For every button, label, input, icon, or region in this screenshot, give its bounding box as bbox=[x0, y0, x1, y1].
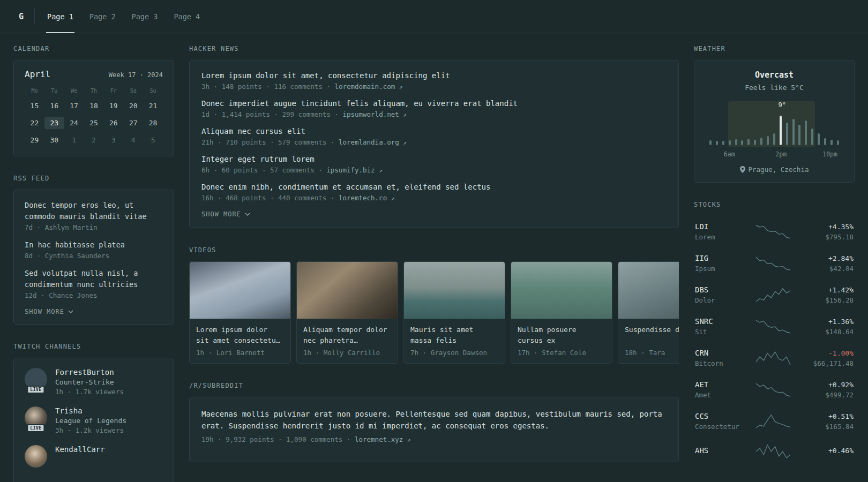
calendar-day: 24 bbox=[64, 117, 84, 129]
hn-story-domain-link[interactable]: loremdomain.com bbox=[334, 82, 395, 91]
weather-bar bbox=[709, 140, 712, 145]
subreddit-post[interactable]: Maecenas mollis pulvinar erat non posuer… bbox=[201, 408, 667, 443]
weather-location-label: Prague, Czechia bbox=[749, 165, 809, 174]
stock-change: +4.35% bbox=[798, 223, 854, 231]
weather-time-label: 10pm bbox=[822, 150, 837, 158]
hn-story-title[interactable]: Aliquam nec cursus elit bbox=[201, 127, 667, 135]
app-logo[interactable]: G bbox=[13, 0, 34, 33]
rss-item[interactable]: Donec tempor eros leo, ut commodo mauris… bbox=[25, 200, 163, 231]
stock-ticker: CCS bbox=[695, 412, 749, 420]
weather-bar bbox=[747, 139, 750, 145]
weather-bar bbox=[792, 119, 795, 145]
hn-story-title[interactable]: Lorem ipsum dolor sit amet, consectetur … bbox=[201, 71, 667, 80]
stock-name: Dolor bbox=[695, 296, 749, 304]
channel-name: KendallCarr bbox=[55, 445, 105, 454]
video-thumbnail bbox=[297, 262, 398, 319]
video-title: Nullam posuere cursus ex bbox=[518, 325, 605, 346]
calendar-day: 19 bbox=[103, 100, 123, 112]
stock-name: Consectetur bbox=[695, 423, 749, 431]
video-thumbnail bbox=[618, 262, 679, 319]
subreddit-post-meta: 19h · 9,932 points · 1,090 comments · lo… bbox=[201, 435, 667, 443]
weather-bar bbox=[735, 139, 737, 145]
tab-page-2[interactable]: Page 2 bbox=[81, 0, 124, 33]
stock-row: SNRC Sit +1.36% $148.64 bbox=[694, 311, 855, 342]
calendar-day: 20 bbox=[123, 100, 143, 112]
calendar-month: April bbox=[25, 69, 50, 79]
show-more-label: SHOW MORE bbox=[201, 210, 241, 218]
stocks-widget-title: STOCKS bbox=[694, 201, 855, 208]
hn-story[interactable]: Donec imperdiet augue tincidunt felis al… bbox=[201, 99, 667, 118]
hn-story-domain-link[interactable]: loremlandia.org bbox=[339, 138, 399, 146]
channel-meta: 1h · 1.7k viewers bbox=[55, 388, 124, 396]
weather-bar bbox=[837, 140, 839, 145]
video-card[interactable]: Lorem ipsum dolor sit amet consectetu… 1… bbox=[189, 261, 291, 364]
rss-item[interactable]: In hac habitasse platea 8d · Cynthia Sau… bbox=[25, 239, 163, 260]
hn-story-domain-link[interactable]: loremtech.co bbox=[339, 194, 387, 202]
hn-story[interactable]: Donec enim nibh, condimentum et accumsan… bbox=[201, 183, 667, 202]
hn-story[interactable]: Lorem ipsum dolor sit amet, consectetur … bbox=[201, 71, 667, 91]
twitch-channel-row[interactable]: KendallCarr bbox=[25, 445, 163, 468]
weather-location: Prague, Czechia bbox=[706, 165, 842, 174]
twitch-widget-title: TWITCH CHANNELS bbox=[13, 343, 174, 350]
left-column: CALENDAR April Week 17 · 2024 Mo Tu We T… bbox=[13, 45, 174, 482]
stock-sparkline bbox=[755, 350, 791, 366]
hn-show-more-button[interactable]: SHOW MORE bbox=[201, 210, 667, 218]
video-card[interactable]: Mauris sit amet massa felis 7h · Grayson… bbox=[403, 261, 505, 364]
calendar-day-next-month: 5 bbox=[143, 134, 163, 146]
calendar-dow: Sa bbox=[123, 88, 143, 95]
twitch-channel-row[interactable]: LIVE ForrestBurton Counter-Strike 1h · 1… bbox=[25, 368, 163, 396]
hn-story-title[interactable]: Donec imperdiet augue tincidunt felis al… bbox=[201, 99, 667, 108]
weather-bar bbox=[773, 133, 775, 145]
hn-story-domain-link[interactable]: ipsumify.biz bbox=[326, 166, 375, 174]
stock-name: Bitcorn bbox=[695, 359, 749, 367]
subreddit-post-title[interactable]: Maecenas mollis pulvinar erat non posuer… bbox=[201, 408, 667, 432]
hacker-news-widget-title: HACKER NEWS bbox=[189, 45, 679, 52]
external-link-icon: ↗ bbox=[403, 111, 407, 118]
dashboard: CALENDAR April Week 17 · 2024 Mo Tu We T… bbox=[0, 33, 868, 482]
stock-ticker: IIG bbox=[695, 254, 749, 262]
stock-price: $42.04 bbox=[798, 265, 854, 273]
channel-name: Trisha bbox=[55, 406, 126, 415]
weather-time-label: 6am bbox=[724, 150, 735, 158]
subreddit-post-domain-link[interactable]: loremnet.xyz bbox=[355, 435, 403, 443]
stock-price: $156.28 bbox=[798, 296, 854, 304]
chevron-down-icon bbox=[68, 310, 73, 313]
calendar-week-year: Week 17 · 2024 bbox=[109, 71, 163, 79]
stock-sparkline bbox=[755, 287, 791, 303]
calendar-day-next-month: 4 bbox=[123, 134, 143, 146]
tab-page-3[interactable]: Page 3 bbox=[124, 0, 166, 33]
channel-name: ForrestBurton bbox=[55, 368, 124, 376]
hn-story[interactable]: Integer eget rutrum lorem 6h · 60 points… bbox=[201, 155, 667, 174]
video-title: Lorem ipsum dolor sit amet consectetu… bbox=[196, 325, 284, 346]
rss-item[interactable]: Sed volutpat nulla nisl, a condimentum n… bbox=[25, 268, 163, 299]
video-card[interactable]: Nullam posuere cursus ex 17h · Stefan Co… bbox=[511, 261, 612, 364]
twitch-widget: TWITCH CHANNELS LIVE ForrestBurton Count… bbox=[13, 343, 174, 482]
video-card[interactable]: Suspendisse diam 18h · Tara bbox=[618, 261, 679, 364]
calendar-day-selected: 23 bbox=[44, 117, 64, 129]
video-card[interactable]: Aliquam tempor dolor nec pharetra… 1h · … bbox=[296, 261, 398, 364]
weather-bar bbox=[786, 123, 788, 145]
live-badge: LIVE bbox=[27, 386, 44, 394]
twitch-channel-row[interactable]: LIVE Trisha League of Legends 3h · 1.2k … bbox=[25, 406, 163, 434]
rss-item-meta: 7d · Ashlyn Martin bbox=[25, 223, 163, 231]
rss-show-more-button[interactable]: SHOW MORE bbox=[25, 308, 163, 315]
calendar-dow: Mo bbox=[25, 88, 44, 95]
weather-bar bbox=[722, 141, 724, 145]
hn-story-title[interactable]: Donec enim nibh, condimentum et accumsan… bbox=[201, 183, 667, 191]
stock-row: LDI Lorem +4.35% $795.18 bbox=[694, 216, 855, 247]
video-title: Suspendisse diam bbox=[625, 325, 679, 346]
stock-change: +1.36% bbox=[798, 318, 854, 326]
tab-page-1[interactable]: Page 1 bbox=[39, 0, 81, 33]
hn-story-domain-link[interactable]: ipsumworld.net bbox=[342, 110, 399, 118]
weather-bar bbox=[754, 140, 756, 145]
hn-story-meta: 3h · 148 points · 116 comments · loremdo… bbox=[201, 82, 667, 91]
stock-change: +0.51% bbox=[798, 412, 854, 420]
calendar-day: 28 bbox=[143, 117, 163, 129]
weather-peak-temp: 9° bbox=[778, 101, 785, 109]
hn-story[interactable]: Aliquam nec cursus elit 21h · 710 points… bbox=[201, 127, 667, 146]
tab-page-4[interactable]: Page 4 bbox=[166, 0, 208, 33]
hacker-news-widget: HACKER NEWS Lorem ipsum dolor sit amet, … bbox=[189, 45, 679, 228]
external-link-icon: ↗ bbox=[399, 84, 403, 91]
hn-story-title[interactable]: Integer eget rutrum lorem bbox=[201, 155, 667, 163]
weather-feels-like: Feels like 5°C bbox=[706, 84, 842, 92]
